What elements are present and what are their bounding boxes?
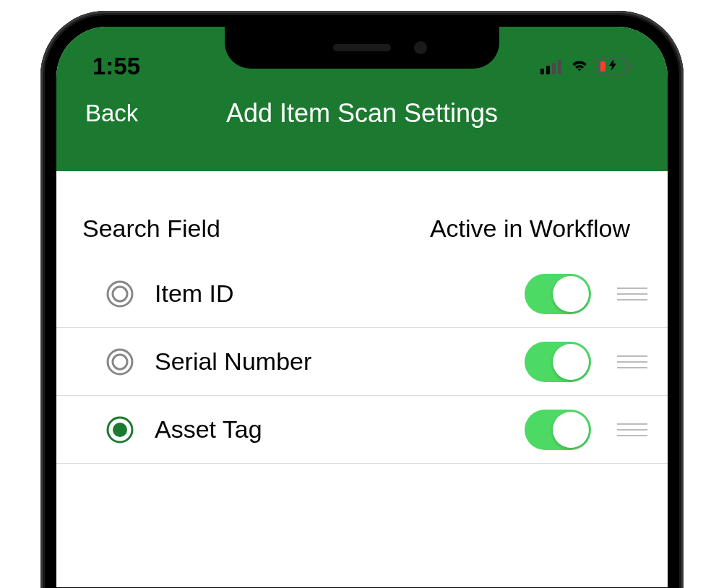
phone-camera: [414, 41, 427, 54]
svg-point-0: [108, 282, 132, 306]
toggle-switch[interactable]: [525, 410, 591, 450]
toggle-switch[interactable]: [525, 274, 591, 314]
header-search-field: Search Field: [82, 215, 220, 243]
wifi-icon: [569, 57, 590, 76]
status-icons: [540, 57, 632, 76]
row-label: Asset Tag: [155, 415, 525, 444]
page-title: Add Item Scan Settings: [226, 98, 498, 129]
list-item[interactable]: Item ID: [56, 260, 668, 328]
phone-screen: 1:55: [56, 27, 668, 587]
row-label: Item ID: [155, 280, 525, 308]
drag-handle-icon[interactable]: [617, 350, 647, 374]
svg-point-5: [113, 423, 127, 437]
drag-handle-icon[interactable]: [617, 418, 647, 442]
content-area: Search Field Active in Workflow Item ID: [56, 171, 668, 464]
svg-point-1: [113, 287, 127, 301]
column-headers: Search Field Active in Workflow: [56, 215, 668, 260]
header-active-workflow: Active in Workflow: [430, 215, 630, 243]
cellular-signal-icon: [540, 59, 561, 74]
list-item[interactable]: Asset Tag: [56, 396, 668, 464]
svg-point-3: [113, 355, 127, 369]
battery-icon: [598, 59, 632, 74]
toggle-switch[interactable]: [525, 342, 591, 382]
radio-icon[interactable]: [105, 280, 134, 308]
phone-notch: [225, 27, 499, 69]
row-label: Serial Number: [155, 347, 525, 376]
svg-point-2: [108, 350, 132, 374]
drag-handle-icon[interactable]: [617, 282, 647, 306]
radio-icon[interactable]: [105, 347, 134, 376]
back-button[interactable]: Back: [85, 100, 138, 127]
radio-selected-icon[interactable]: [105, 415, 134, 444]
nav-bar: Back Add Item Scan Settings: [56, 85, 668, 150]
phone-frame: 1:55: [40, 11, 684, 588]
status-time: 1:55: [92, 53, 140, 80]
list-item[interactable]: Serial Number: [56, 328, 668, 396]
phone-speaker: [333, 44, 391, 51]
